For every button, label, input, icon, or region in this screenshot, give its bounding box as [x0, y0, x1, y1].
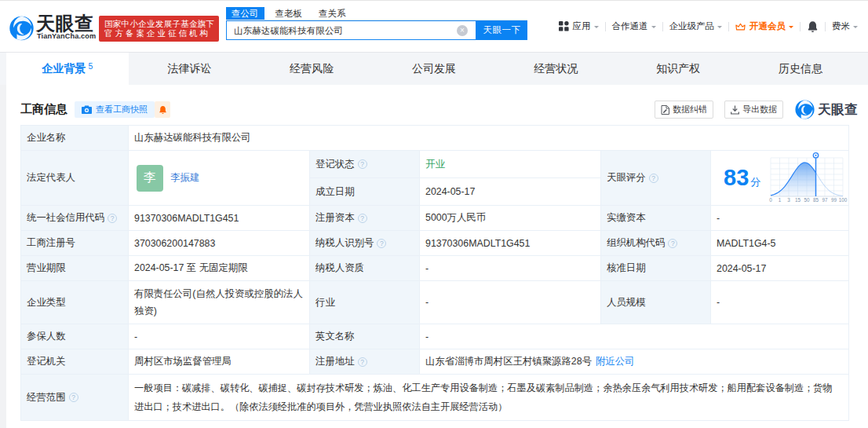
legal-rep-avatar[interactable]: 李 [137, 165, 163, 192]
clear-search-icon[interactable]: × [457, 25, 468, 36]
reg-address-text: 山东省淄博市周村区王村镇聚源路28号 [425, 355, 592, 368]
export-data-button[interactable]: 导出数据 [724, 101, 783, 119]
business-term-label: 营业期限 [21, 256, 129, 281]
score-unit: 分 [750, 175, 760, 189]
score-value-cell[interactable]: 83 分 [711, 151, 849, 206]
bell-icon [807, 20, 819, 33]
est-date-value: 2024-05-17 [420, 178, 601, 206]
taxpayer-quali-value: - [420, 256, 601, 281]
tianyancha-logo-icon [795, 99, 815, 120]
tianyancha-company-page: 天眼查 TianYanCha.com 国家中小企业发展子基金旗下 官方备案企业征… [0, 0, 868, 428]
help-icon[interactable]: ? [358, 357, 367, 367]
correction-button-label: 数据纠错 [673, 104, 707, 115]
legal-rep-name-link[interactable]: 李振建 [170, 171, 200, 185]
svg-text:85: 85 [813, 197, 819, 203]
business-info-table: 企业名称 山东赫达碳能科技有限公司 法定代表人 李 李振建 登记状态? 开业 天… [20, 125, 849, 421]
reg-capital-value: 5000万人民币 [420, 206, 601, 231]
tab-label: 经营状况 [534, 62, 578, 76]
menu-coop[interactable]: 合作通道 [612, 20, 656, 32]
watermark-label: 天眼查 [818, 101, 858, 119]
english-name-value: - [420, 324, 849, 349]
header-menu: 应用 合作通道 企业级产品 开通会员 [559, 1, 859, 52]
svg-text:3: 3 [787, 197, 790, 203]
company-name-value: 山东赫达碳能科技有限公司 [129, 126, 849, 151]
help-icon[interactable]: ? [108, 214, 117, 223]
tab-legal-proceedings[interactable]: 法律诉讼 [129, 53, 251, 85]
paid-capital-label: 实缴资本 [601, 206, 711, 231]
search-tab-company[interactable]: 查公司 [226, 7, 264, 20]
menu-apps[interactable]: 应用 [559, 20, 599, 32]
nearby-companies-link[interactable]: 附近公司 [596, 355, 635, 368]
tab-label: 历史信息 [779, 62, 822, 76]
company-name-label: 企业名称 [21, 126, 129, 151]
notifications-bell[interactable] [807, 20, 819, 33]
search-button[interactable]: 天眼一下 [476, 20, 527, 40]
reg-address-label: 注册地址? [310, 349, 420, 375]
crown-icon [735, 22, 746, 31]
help-icon[interactable]: ? [358, 159, 367, 169]
camera-icon [82, 105, 92, 114]
tianyancha-logo-icon[interactable] [9, 15, 34, 42]
search-tab-relation[interactable]: 查关系 [313, 7, 352, 20]
tab-label: 知识产权 [656, 62, 700, 76]
svg-text:15: 15 [795, 197, 801, 203]
menu-separator [728, 22, 729, 31]
tab-operating-risk[interactable]: 经营风险 [250, 53, 373, 85]
score-label: 天眼评分? [601, 151, 711, 206]
score-distribution-chart: 0 1 3 15 50 85 97 99 100 [768, 152, 846, 202]
help-icon[interactable]: ? [649, 174, 658, 183]
chevron-down-icon [594, 26, 599, 28]
tab-count-badge: 5 [88, 61, 93, 71]
chevron-down-icon [717, 26, 722, 28]
monitor-bell-button[interactable] [155, 101, 170, 118]
taxpayer-quali-label: 纳税人资质 [310, 256, 420, 281]
menu-separator [662, 22, 663, 31]
paid-capital-value: - [711, 206, 849, 231]
insured-label: 参保人数 [21, 324, 129, 349]
english-name-label: 英文名称 [310, 324, 420, 349]
tab-intellectual-property[interactable]: 知识产权 [617, 53, 739, 85]
tab-company-background[interactable]: 企业背景5 [6, 53, 129, 85]
menu-apps-label: 应用 [573, 20, 591, 32]
help-icon[interactable]: ? [358, 214, 367, 223]
menu-enterprise[interactable]: 企业级产品 [669, 20, 723, 32]
business-term-value: 2024-05-17 至 无固定期限 [129, 256, 310, 281]
company-type-value: 有限责任公司(自然人投资或控股的法人独资) [129, 281, 310, 324]
help-icon[interactable]: ? [69, 393, 78, 402]
menu-separator [825, 22, 826, 31]
staff-size-value: - [711, 281, 849, 324]
menu-user[interactable]: 费米 [832, 20, 858, 32]
org-code-label: 组织机构代码? [601, 231, 711, 256]
tab-label: 企业背景 [42, 62, 86, 76]
tab-history-info[interactable]: 历史信息 [739, 53, 862, 85]
help-icon[interactable]: ? [668, 239, 677, 248]
view-business-snapshot-button[interactable]: 查看工商快照 [75, 101, 155, 118]
taxpayer-id-value: 91370306MADLT1G451 [420, 231, 601, 256]
taxpayer-id-label: 纳税人识别号? [310, 231, 420, 256]
page-left-gutter [0, 85, 6, 428]
data-correction-button[interactable]: 数据纠错 [655, 101, 713, 119]
company-nav-tabs: 企业背景5 法律诉讼 经营风险 公司发展 经营状况 知识产权 历史信息 [0, 52, 868, 85]
help-icon[interactable]: ? [377, 239, 386, 248]
tab-label: 经营风险 [290, 62, 334, 76]
industry-value: - [420, 281, 601, 324]
search-tab-boss[interactable]: 查老板 [270, 7, 308, 20]
badge-line1: 国家中小企业发展子基金旗下 [104, 19, 213, 29]
svg-text:97: 97 [822, 197, 828, 203]
reg-authority-label: 登记机关 [21, 349, 129, 375]
tab-company-development[interactable]: 公司发展 [373, 53, 495, 85]
menu-vip[interactable]: 开通会员 [735, 20, 793, 32]
score-number: 83 [724, 166, 749, 189]
svg-text:0: 0 [769, 197, 772, 203]
legal-rep-label: 法定代表人 [21, 151, 129, 206]
credit-code-value: 91370306MADLT1G451 [129, 206, 310, 231]
brand-domain: TianYanCha.com [37, 32, 96, 40]
download-icon [731, 105, 739, 115]
tab-operating-status[interactable]: 经营状况 [495, 53, 618, 85]
tab-label: 公司发展 [412, 62, 456, 76]
chevron-down-icon [853, 26, 858, 28]
user-name: 费米 [832, 20, 850, 32]
reg-address-value: 山东省淄博市周村区王村镇聚源路28号 附近公司 [420, 349, 849, 375]
business-scope-value: 一般项目：碳减排、碳转化、碳捕捉、碳封存技术研发；炼油、化工生产专用设备制造；石… [129, 375, 849, 421]
search-input[interactable]: 山东赫达碳能科技有限公司 × [226, 20, 476, 40]
